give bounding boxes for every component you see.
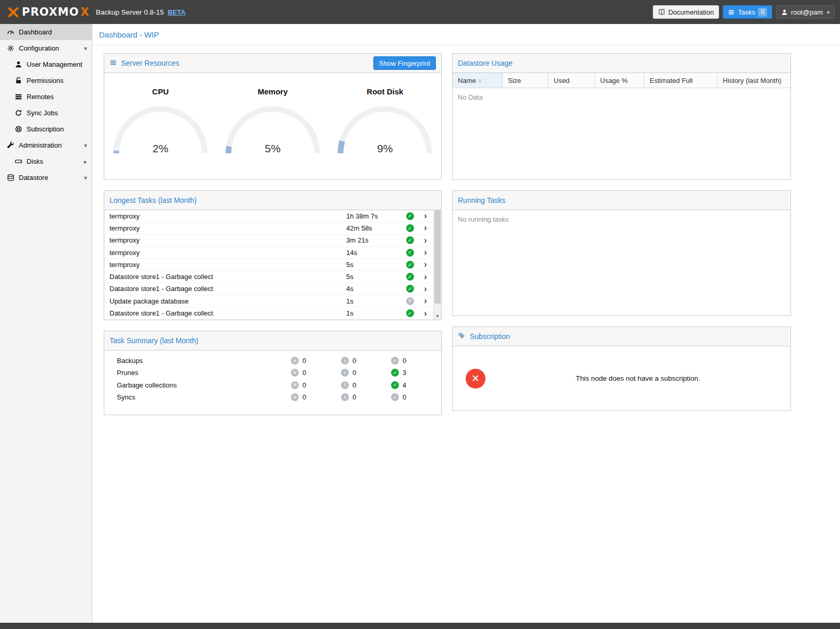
task-row[interactable]: termproxy42m 58s✓›: [104, 222, 433, 234]
task-duration: 5s: [346, 273, 402, 281]
sidebar-item-datastore[interactable]: Datastore▾: [0, 170, 92, 186]
sidebar-item-administration[interactable]: Administration▾: [0, 137, 92, 153]
scrollbar[interactable]: ▾: [433, 210, 441, 320]
chevron-right-icon[interactable]: ›: [418, 223, 433, 233]
sidebar-item-label: Dashboard: [19, 28, 87, 36]
running-tasks-panel: Running Tasks No running tasks: [452, 190, 791, 316]
task-name: Datastore store1 - Garbage collect: [104, 309, 346, 317]
sidebar-item-disks[interactable]: Disks▸: [0, 153, 92, 170]
task-row[interactable]: termproxy1h 38m 7s✓›: [104, 210, 433, 222]
longest-tasks-panel: Longest Tasks (last Month) termproxy1h 3…: [104, 190, 442, 320]
sidebar-item-user-management[interactable]: User Management: [0, 56, 92, 72]
status-unknown-icon: ?: [402, 297, 418, 305]
sync-icon: [14, 109, 22, 117]
error-count: 0: [302, 369, 306, 377]
caret-down-icon: ▾: [84, 174, 87, 182]
column-header-history-last-month-[interactable]: History (last Month): [717, 73, 790, 88]
ok-count-icon: ✓: [391, 393, 399, 401]
show-fingerprint-button[interactable]: Show Fingerprint: [373, 56, 436, 70]
column-header-name[interactable]: Name↑: [453, 73, 503, 88]
documentation-button[interactable]: Documentation: [653, 5, 719, 19]
sort-asc-icon: ↑: [479, 77, 482, 83]
sidebar-item-label: Disks: [27, 158, 80, 165]
scrollbar-down-arrow-icon[interactable]: ▾: [434, 312, 441, 320]
task-duration: 42m 58s: [346, 224, 402, 232]
chevron-right-icon[interactable]: ›: [418, 284, 433, 294]
chevron-right-icon[interactable]: ›: [418, 272, 433, 282]
topbar: PROXMO X Backup Server 0.8-15 BETA Docum…: [0, 0, 840, 24]
summary-row: Garbage collections✕0!0✓4: [104, 379, 441, 391]
chevron-right-icon[interactable]: ›: [418, 248, 433, 257]
summary-label: Prunes: [104, 369, 291, 377]
task-duration: 3m 21s: [346, 236, 402, 244]
disk-icon: [14, 158, 22, 165]
task-name: termproxy: [104, 249, 346, 257]
user-menu-button[interactable]: root@pam ▾: [776, 5, 835, 19]
sidebar-item-configuration[interactable]: Configuration▾: [0, 40, 92, 56]
status-ok-icon: ✓: [402, 212, 418, 220]
sidebar: DashboardConfiguration▾User ManagementPe…: [0, 24, 92, 623]
gauge-value: 2%: [111, 142, 210, 155]
summary-row: Backups✕0!0✓0: [104, 355, 441, 367]
warning-count: 0: [352, 393, 356, 401]
sidebar-item-remotes[interactable]: Remotes: [0, 89, 92, 105]
no-running-tasks-text: No running tasks: [453, 210, 790, 228]
task-row[interactable]: Datastore store1 - Garbage collect5s✓›: [104, 271, 433, 283]
tasks-button[interactable]: Tasks 0: [723, 5, 772, 19]
chevron-right-icon[interactable]: ›: [418, 260, 433, 269]
sidebar-item-permissions[interactable]: Permissions: [0, 72, 92, 89]
sidebar-item-dashboard[interactable]: Dashboard: [0, 24, 92, 40]
datastore-usage-panel: Datastore Usage Name↑SizeUsedUsage %Esti…: [452, 53, 791, 180]
column-header-usage-[interactable]: Usage %: [595, 73, 644, 88]
chevron-right-icon[interactable]: ›: [418, 211, 433, 221]
bottom-bar: [0, 623, 840, 629]
task-summary-title: Task Summary (last Month): [109, 336, 198, 345]
task-row[interactable]: termproxy3m 21s✓›: [104, 235, 433, 247]
book-icon: [658, 8, 665, 16]
status-ok-icon: ✓: [402, 273, 418, 281]
ok-count: 3: [403, 369, 406, 377]
sidebar-item-label: Datastore: [19, 174, 80, 182]
sidebar-item-label: Configuration: [19, 44, 80, 52]
longest-tasks-title: Longest Tasks (last Month): [109, 196, 197, 204]
beta-link[interactable]: BETA: [167, 8, 185, 16]
status-ok-icon: ✓: [402, 236, 418, 244]
task-name: termproxy: [104, 236, 346, 244]
sidebar-item-label: Sync Jobs: [27, 109, 87, 117]
proxmox-mark-icon: [7, 7, 19, 18]
caret-down-icon: ▾: [84, 142, 87, 149]
warning-count: 0: [352, 381, 356, 389]
chevron-right-icon[interactable]: ›: [418, 296, 433, 306]
version-text: Backup Server 0.8-15: [96, 8, 164, 16]
column-header-label: Used: [554, 77, 569, 84]
error-count-icon: ✕: [291, 357, 299, 365]
sidebar-item-label: Permissions: [27, 77, 87, 84]
sidebar-item-sync-jobs[interactable]: Sync Jobs: [0, 105, 92, 121]
task-row[interactable]: termproxy5s✓›: [104, 259, 433, 271]
sidebar-item-subscription[interactable]: Subscription: [0, 121, 92, 137]
scrollbar-thumb[interactable]: [434, 210, 441, 304]
chevron-right-icon[interactable]: ›: [418, 309, 433, 318]
proxmox-logo[interactable]: PROXMO X: [7, 6, 90, 18]
error-count: 0: [302, 357, 306, 365]
task-row[interactable]: Datastore store1 - Garbage collect4s✓›: [104, 283, 433, 295]
column-header-used[interactable]: Used: [549, 73, 595, 88]
task-row[interactable]: Datastore store1 - Garbage collect1s✓›: [104, 307, 433, 319]
no-data-text: No Data: [453, 88, 790, 106]
support-icon: [14, 125, 22, 133]
user-label: root@pam: [791, 8, 823, 16]
column-header-size[interactable]: Size: [503, 73, 549, 88]
gauge-label: CPU: [152, 87, 169, 96]
task-row[interactable]: termproxy14s✓›: [104, 247, 433, 259]
documentation-label: Documentation: [668, 8, 714, 16]
column-header-estimated-full[interactable]: Estimated Full: [644, 73, 717, 88]
task-row[interactable]: Update package database1s?›: [104, 295, 433, 307]
error-count: 0: [302, 381, 306, 389]
tasks-count-badge: 0: [758, 8, 767, 17]
status-ok-icon: ✓: [402, 261, 418, 269]
chevron-right-icon[interactable]: ›: [418, 236, 433, 245]
gauge-root-disk: Root Disk9%: [329, 73, 441, 179]
task-duration: 5s: [346, 261, 402, 269]
status-ok-icon: ✓: [402, 309, 418, 317]
gauge-label: Memory: [258, 87, 288, 96]
